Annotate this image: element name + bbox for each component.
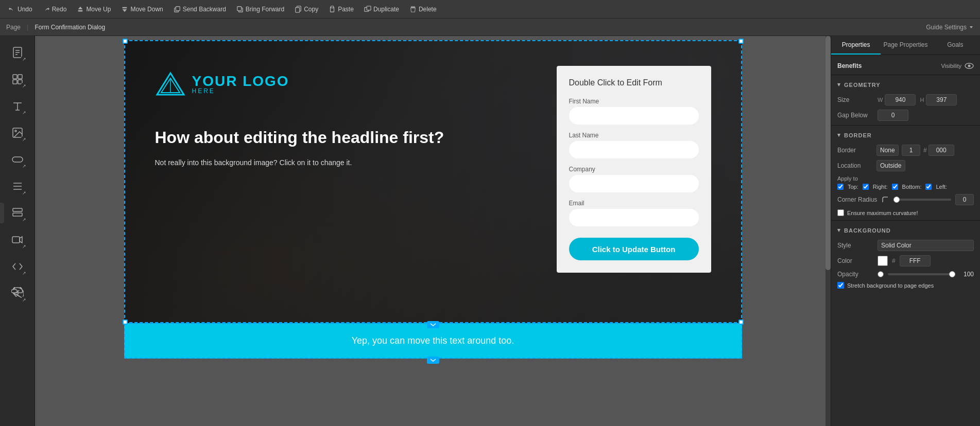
form-field-firstname: First Name [569,98,699,125]
sidebar-tool-sections[interactable]: ↗ [5,201,30,225]
border-section-header[interactable]: BORDER [831,128,980,143]
badge: ↗ [21,109,28,116]
right-label: Right: [873,184,888,190]
form-input-company[interactable] [569,175,699,192]
width-input[interactable] [885,94,916,105]
opacity-slider[interactable] [888,273,955,275]
gap-input[interactable] [878,110,908,121]
corner-radius-row: Corner Radius [831,192,980,207]
sidebar-tool-pattern[interactable]: ↗ [5,67,30,92]
form-input-email[interactable] [569,209,699,226]
left-checkbox[interactable] [925,184,932,190]
color-swatch[interactable] [878,256,888,266]
tab-properties[interactable]: Properties [831,36,881,55]
svg-rect-26 [13,208,22,211]
sidebar-tool-code[interactable]: ↗ [5,254,30,279]
form-input-lastname[interactable] [569,141,699,158]
bg-style-row: Style Solid Color [831,238,980,253]
svg-rect-28 [12,237,20,243]
move-down-button[interactable]: Move Down [117,4,167,15]
bg-style-select[interactable]: Solid Color [878,240,974,251]
height-input[interactable] [926,94,957,105]
svg-rect-11 [367,6,371,10]
sidebar-tool-list[interactable]: ↗ [5,174,30,199]
delete-button[interactable]: Delete [405,4,441,15]
bring-forward-button[interactable]: Bring Forward [232,4,288,15]
svg-rect-22 [12,157,23,162]
headline-text[interactable]: How about editing the headline first? [155,128,536,147]
cyan-strip-resize-handle[interactable] [427,357,439,364]
apply-to-row: Apply to Top: Right: Bottom: Left: [831,173,980,192]
form-panel[interactable]: Double Click to Edit Form First Name Las… [557,66,711,273]
top-checkbox[interactable] [837,184,844,190]
page-name: Form Confirmation Dialog [35,24,105,31]
form-input-firstname[interactable] [569,107,699,125]
sidebar-tool-image[interactable]: ↗ [5,120,30,145]
opacity-label: Opacity [837,271,873,278]
form-submit-button[interactable]: Click to Update Button [569,238,699,260]
guide-settings-button[interactable]: Guide Settings [926,24,974,31]
cyan-strip[interactable]: Yep, you can move this text around too. [124,323,742,359]
move-up-button[interactable]: Move Up [73,4,115,15]
resize-handle-bottom[interactable] [427,321,439,328]
right-checkbox[interactable] [863,184,869,190]
strip-text[interactable]: Yep, you can move this text around too. [136,335,730,346]
undo-button[interactable]: Undo [4,4,37,15]
scroll-track[interactable] [826,36,831,426]
right-panel-content: Benefits Visibility GEOMETRY Size W H [831,55,980,426]
h-label: H [920,97,924,103]
geometry-section-header[interactable]: GEOMETRY [831,77,980,92]
tab-page-properties[interactable]: Page Properties [881,36,930,55]
right-panel: Properties Page Properties Goals Benefit… [831,36,980,426]
duplicate-button[interactable]: Duplicate [360,4,403,15]
location-select[interactable]: Outside [876,160,905,171]
sidebar-tool-text[interactable]: ↗ [5,94,30,118]
copy-button[interactable]: Copy [290,4,322,15]
corner-radius-slider[interactable] [893,199,951,201]
badge: ↗ [21,296,28,304]
bg-color-label: Color [837,257,873,264]
sidebar-tool-button[interactable]: ↗ [5,147,30,172]
background-section-header[interactable]: BACKGROUND [831,223,980,238]
tab-goals[interactable]: Goals [931,36,980,55]
paste-button[interactable]: Paste [324,4,358,15]
right-panel-tabs: Properties Page Properties Goals [831,36,980,55]
canvas-area[interactable]: YOUR LOGO HERE How about editing the hea… [35,36,831,426]
svg-rect-17 [18,75,22,79]
corner-radius-label: Corner Radius [837,196,877,203]
sidebar-tool-social[interactable]: ↗ [5,281,30,306]
bottom-label: Bottom: [902,184,922,190]
hero-section[interactable]: YOUR LOGO HERE How about editing the hea… [124,40,742,323]
border-color-input[interactable] [929,145,954,156]
form-title: Double Click to Edit Form [569,78,699,87]
border-color-group: # [923,145,954,156]
bottom-checkbox[interactable] [892,184,898,190]
sub-text[interactable]: Not really into this background image? C… [155,157,536,168]
ensure-curvature-checkbox[interactable] [837,209,844,216]
redo-button[interactable]: Redo [39,4,71,15]
border-style-select[interactable]: None [876,145,899,156]
scroll-thumb[interactable] [826,36,831,270]
badge: ↗ [21,243,28,250]
sidebar-tool-page[interactable]: ↗ [5,40,30,65]
badge: ↗ [21,189,28,197]
scroll-indicator-left[interactable] [0,203,4,223]
form-field-email-label: Email [569,200,699,207]
svg-rect-16 [13,75,17,79]
svg-rect-27 [13,213,22,216]
hero-left: YOUR LOGO HERE How about editing the hea… [155,61,536,168]
bg-color-input[interactable] [900,255,931,267]
corner-radius-input[interactable] [955,194,974,205]
send-backward-button[interactable]: Send Backward [169,4,230,15]
w-label: W [878,97,883,103]
cyan-strip-container: Yep, you can move this text around too. [124,323,742,359]
sidebar-tool-video[interactable]: ↗ [5,227,30,252]
stretch-checkbox[interactable] [837,282,844,289]
border-thickness-input[interactable] [902,145,920,156]
opacity-value: 100 [959,271,974,278]
eye-icon[interactable] [965,63,974,69]
bg-style-label: Style [837,242,873,249]
border-label: Border [837,147,873,154]
divider [831,220,980,221]
page-label: Page [6,24,21,31]
